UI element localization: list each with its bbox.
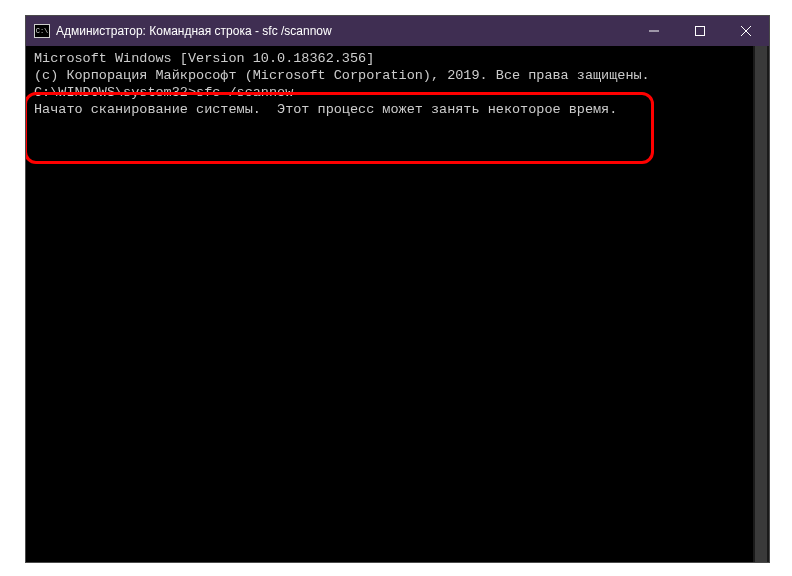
terminal-body[interactable]: Microsoft Windows [Version 10.0.18362.35… (26, 46, 769, 562)
vertical-scrollbar[interactable] (753, 46, 769, 562)
close-button[interactable] (723, 16, 769, 46)
maximize-icon (695, 26, 705, 36)
version-line: Microsoft Windows [Version 10.0.18362.35… (34, 50, 761, 67)
window-controls (631, 16, 769, 46)
output-line: Начато сканирование системы. Этот процес… (34, 101, 761, 118)
window-title: Администратор: Командная строка - sfc /s… (56, 24, 332, 38)
svg-rect-1 (696, 27, 705, 36)
window-titlebar[interactable]: C:\ Администратор: Командная строка - sf… (26, 16, 769, 46)
minimize-button[interactable] (631, 16, 677, 46)
command-text: sfc /scannow (196, 85, 293, 100)
cmd-icon: C:\ (34, 24, 50, 38)
scrollbar-thumb[interactable] (755, 46, 767, 562)
cmd-window: C:\ Администратор: Командная строка - sf… (25, 15, 770, 563)
titlebar-left: C:\ Администратор: Командная строка - sf… (34, 24, 332, 38)
prompt-line: C:\WINDOWS\system32>sfc /scannow (34, 84, 761, 101)
close-icon (741, 26, 751, 36)
copyright-line: (c) Корпорация Майкрософт (Microsoft Cor… (34, 67, 761, 84)
minimize-icon (649, 26, 659, 36)
maximize-button[interactable] (677, 16, 723, 46)
prompt-text: C:\WINDOWS\system32> (34, 85, 196, 100)
